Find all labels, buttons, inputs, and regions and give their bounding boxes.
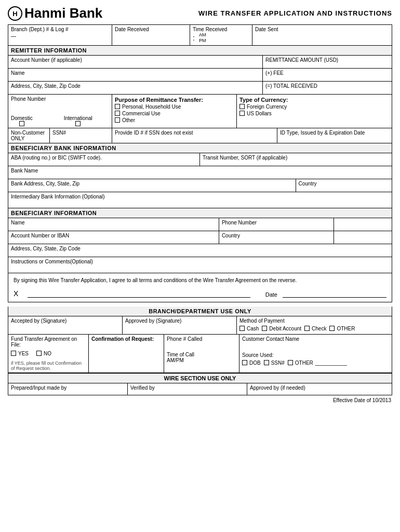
non-customer-cell: Non-Customer ONLY [8, 128, 50, 143]
address-cell: Address, City, State, Zip Code [8, 82, 263, 94]
name-label: Name [11, 70, 25, 76]
fund-transfer-row: Fund Transfer Agreement on File: YES NO … [8, 335, 392, 373]
svg-text:H: H [12, 10, 17, 18]
id-type-cell: ID Type, Issued by & Expiration Date [277, 128, 392, 143]
no-label: NO [44, 351, 51, 356]
international-label: International [64, 115, 92, 121]
yes-checkbox[interactable] [11, 351, 16, 356]
remittance-amount-label: REMITTANCE AMOUNT (USD) [265, 57, 338, 63]
domestic-label: Domestic [11, 115, 33, 121]
bank-name-label: Bank Name [11, 168, 38, 174]
effective-date: Effective Date of 10/2013 [8, 397, 392, 403]
commercial-checkbox[interactable] [115, 111, 120, 116]
beneficiary-phone-label: Phone Number [222, 220, 257, 225]
signature-line: X Date [14, 289, 386, 298]
confirmation-label: Confirmation of Request: [91, 336, 161, 342]
branch-use-header: BRANCH/DEPARTMENT USE ONLY [8, 307, 392, 316]
branch-section: BRANCH/DEPARTMENT USE ONLY Accepted by (… [8, 307, 392, 395]
remitter-header: REMITTER INFORMATION [8, 46, 392, 56]
international-checkbox[interactable] [75, 121, 81, 126]
ampm-label: AM/PM [167, 357, 236, 363]
confirmation-cell: Confirmation of Request: [89, 335, 164, 373]
no-item: NO [36, 351, 51, 356]
instructions-label: Instructions or Comments(Optional) [11, 259, 93, 264]
check-checkbox[interactable] [304, 326, 310, 331]
method-label: Method of Payment [239, 318, 285, 324]
no-checkbox[interactable] [36, 351, 42, 356]
account-iban-cell: Account Number or IBAN [8, 231, 219, 244]
country-label: Country [299, 181, 317, 187]
beneficiary-name-cell: Name [8, 218, 219, 231]
prepared-cell: Prepared/Input made by [8, 383, 128, 395]
other-method-checkbox[interactable] [329, 326, 335, 331]
remittance-amount-cell: REMITTANCE AMOUNT (USD) [263, 56, 392, 68]
commercial-label: Commercial Use [122, 111, 161, 116]
account-row: Account Number (if applicable) REMITTANC… [8, 56, 392, 69]
source-dob: DOB [242, 360, 261, 366]
customer-contact-label: Customer Contact Name [242, 336, 389, 342]
method-options: Cash Debit Account Check OTHER [239, 325, 389, 332]
currency-cell: Type of Currency: Foreign Currency US Do… [237, 95, 392, 128]
approved-needed-cell: Approved by (if needed) [247, 383, 392, 395]
fund-transfer-cell: Fund Transfer Agreement on File: YES NO … [8, 335, 89, 373]
cash-checkbox[interactable] [239, 326, 245, 331]
transit-cell: Transit Number, SORT (if applicable) [200, 153, 392, 166]
beneficiary-section: BENEFICIARY INFORMATION Name Phone Numbe… [8, 208, 392, 273]
domestic-checkbox[interactable] [19, 121, 24, 126]
us-dollars-checkbox[interactable] [239, 111, 245, 116]
intermediary-row: Intermediary Bank Information (Optional) [8, 192, 392, 208]
currency-type-label: Type of Currency: [239, 97, 389, 103]
fee-label: (+) FEE [265, 70, 284, 76]
phone-label: Phone Number [11, 96, 46, 102]
other-label: Other [122, 117, 135, 123]
international-item: International [64, 115, 92, 126]
hanmi-logo-icon: H [8, 6, 22, 21]
provide-id-label: Provide ID # if SSN does not exist [115, 130, 193, 136]
foreign-currency-checkbox[interactable] [239, 104, 245, 109]
time-row: : AM PM [193, 32, 249, 44]
other-source-checkbox[interactable] [288, 360, 293, 365]
beneficiary-phone-value [334, 218, 392, 231]
approved-sig-cell: Approved by (Signature) [123, 316, 237, 334]
beneficiary-country-cell: Country [219, 231, 334, 244]
country-cell: Country [296, 179, 392, 192]
address-row: Address, City, State, Zip Code (=) TOTAL… [8, 82, 392, 95]
beneficiary-country-value [334, 231, 392, 244]
source-ssn: SSN# [264, 360, 285, 366]
debit-checkbox[interactable] [262, 326, 267, 331]
personal-label: Personal, Household Use [122, 104, 181, 110]
account-iban-label: Account Number or IBAN [11, 233, 69, 238]
non-customer-row: Non-Customer ONLY SSN# Provide ID # if S… [8, 128, 392, 143]
ssn-source-checkbox[interactable] [264, 360, 269, 365]
approved-sig-label: Approved by (Signature) [125, 318, 181, 324]
wire-section-header: WIRE SECTION USE ONLY [8, 373, 392, 383]
beneficiary-address-cell: Address, City, State, Zip Code [8, 244, 392, 257]
source-options: DOB SSN# OTHER ___________ [242, 359, 389, 367]
purpose-personal: Personal, Household Use [115, 104, 234, 110]
name-row: Name (+) FEE [8, 69, 392, 82]
source-other: OTHER ___________ [288, 360, 347, 366]
non-customer-label: Non-Customer ONLY [11, 130, 45, 141]
beneficiary-bank-header: BENEFICIARY BANK INFORMATION [8, 143, 392, 153]
purpose-commercial: Commercial Use [115, 111, 234, 116]
prepared-label: Prepared/Input made by [11, 385, 66, 391]
date-received-label: Date Received [115, 26, 187, 32]
aba-cell: ABA (routing no.) or BIC (SWIFT code). [8, 153, 200, 166]
dob-checkbox[interactable] [242, 360, 247, 365]
other-checkbox[interactable] [115, 117, 120, 123]
branch-dash: — [11, 33, 109, 39]
date-underline [283, 289, 386, 298]
yes-item: YES [11, 351, 29, 356]
beneficiary-country-label: Country [222, 233, 240, 238]
personal-checkbox[interactable] [115, 104, 120, 109]
bank-logo: H Hanmi Bank [8, 5, 102, 21]
provide-id-cell: Provide ID # if SSN does not exist [112, 128, 277, 143]
debit-label: Debit Account [269, 326, 301, 331]
method-debit: Debit Account [262, 326, 301, 331]
time-received-field: Time Received : AM PM [190, 25, 252, 45]
branch-field: Branch (Dept.) # & Log # — [8, 25, 112, 45]
bank-address-cell: Bank Address, City, State, Zip [8, 179, 296, 192]
ssn-label: SSN# [52, 130, 66, 136]
signature-underline [28, 289, 250, 298]
date-sent-label: Date Sent [255, 26, 389, 32]
